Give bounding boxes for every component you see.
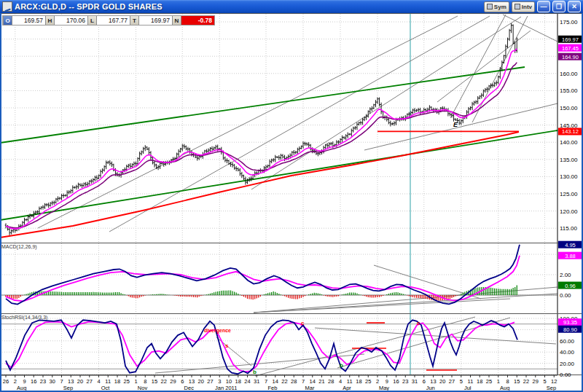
window-frame-left <box>0 13 1 392</box>
date-tick-label: 13 <box>430 378 436 385</box>
last-label: T <box>130 16 139 25</box>
date-tick-label: 28 <box>328 378 334 385</box>
price-axis-label: 175.00 <box>560 19 578 26</box>
price-axis-label: 115.00 <box>560 225 577 232</box>
sym-icon <box>487 4 493 9</box>
stoch-axis-label: 20.00 <box>560 361 575 367</box>
intv-icon <box>514 4 520 9</box>
macd-axis-label: 0.00 <box>560 292 571 299</box>
sym-button-label: Sym <box>494 4 506 10</box>
sym-button[interactable]: Sym <box>484 1 509 12</box>
stoch-annotation: c <box>417 320 420 326</box>
date-tick-label: 18 <box>114 378 120 385</box>
close-button[interactable]: ✕ <box>568 1 581 12</box>
date-tick-label: 27 <box>87 378 93 385</box>
axis-badge-value: 169.97 <box>562 36 579 43</box>
stoch-axis-label: 40.00 <box>560 349 575 356</box>
date-tick-label: 13 <box>68 378 74 385</box>
open-value: 169.57 <box>12 16 45 25</box>
date-tick-label: 27 <box>207 378 213 385</box>
maximize-icon: ❐ <box>556 4 562 10</box>
low-value: 167.77 <box>97 16 130 25</box>
date-tick-label: 10 <box>226 378 232 385</box>
date-tick-label: 23 <box>402 378 408 385</box>
date-tick-label: 2 <box>14 378 17 385</box>
date-tick-label: 28 <box>291 378 297 385</box>
date-tick-label: 1 <box>134 378 137 385</box>
close-icon: ✕ <box>571 4 577 10</box>
chart-canvas[interactable]: EMACD(12,26,9)divergencesccbbStochRSI(14… <box>0 13 583 392</box>
stoch-annotation: b <box>253 369 257 375</box>
price-axis-label: 155.00 <box>560 87 578 94</box>
last-value: 169.97 <box>139 16 172 25</box>
stoch-axis-label: 0.00 <box>560 372 571 378</box>
date-tick-label: 11 <box>468 378 474 385</box>
axis-badge-value: 80.90 <box>563 326 577 333</box>
date-tick-label: 25 <box>365 378 371 385</box>
price-axis-label: 145.00 <box>560 122 578 129</box>
date-tick-label: 2 <box>376 378 379 385</box>
date-tick-label: 31 <box>412 378 418 385</box>
date-tick-label: 26 <box>3 378 9 385</box>
stoch-label: StochRSI(14,34/3,3) <box>1 315 47 321</box>
open-label: O <box>3 16 12 25</box>
date-tick-label: 14 <box>273 378 278 385</box>
axis-badge-value: 4.95 <box>565 242 576 248</box>
maximize-button[interactable]: ❐ <box>552 1 566 12</box>
axis-badge-value: 167.45 <box>562 45 579 52</box>
date-tick-label: 6 <box>181 378 184 385</box>
date-tick-label: 21 <box>318 378 324 385</box>
high-label: H <box>45 16 55 25</box>
date-tick-label: 27 <box>449 378 455 385</box>
intv-button-label: Intv <box>522 4 532 10</box>
date-tick-label: 12 <box>551 378 557 385</box>
wave-label: E <box>453 121 458 128</box>
date-tick-label: 9 <box>386 378 388 385</box>
axis-badge-value: 164.90 <box>562 54 579 60</box>
intv-button[interactable]: Intv <box>512 1 535 12</box>
price-axis-label: 160.00 <box>560 71 578 77</box>
date-tick-label: 30 <box>50 378 55 385</box>
date-tick-label: 29 <box>533 378 539 385</box>
date-tick-label: 16 <box>393 378 399 385</box>
date-tick-label: 15 <box>514 378 520 385</box>
date-tick-label: 25 <box>124 378 130 385</box>
chart-area[interactable]: EMACD(12,26,9)divergencesccbbStochRSI(14… <box>0 13 583 392</box>
net-change-value: -0.78 <box>181 16 214 25</box>
date-tick-label: 22 <box>281 378 287 385</box>
chart-background <box>0 13 583 392</box>
date-tick-label: 31 <box>254 378 259 385</box>
quote-strip: O 169.57 H 170.06 L 167.77 T 169.97 N -0… <box>2 15 215 26</box>
axis-badge-value: 3.88 <box>565 253 576 259</box>
date-tick-label: 18 <box>235 378 241 385</box>
price-axis-label: 150.00 <box>560 105 578 111</box>
date-tick-label: 7 <box>302 378 305 385</box>
date-tick-label: 9 <box>23 378 26 385</box>
date-tick-label: 11 <box>347 378 353 385</box>
window-title: ARCX:GLD,D -- SPDR GOLD SHARES <box>15 2 482 11</box>
date-tick-label: 20 <box>439 378 445 385</box>
titlebar[interactable]: ARCX:GLD,D -- SPDR GOLD SHARES Sym Intv … <box>0 0 583 13</box>
date-tick-label: 4 <box>339 378 342 385</box>
stoch-annotation: c <box>301 320 305 326</box>
price-axis-label: 120.00 <box>560 208 578 215</box>
minimize-button[interactable]: — <box>537 1 550 12</box>
date-tick-label: 8 <box>506 378 509 385</box>
app-icon <box>2 1 12 12</box>
date-tick-label: 13 <box>189 378 195 385</box>
date-tick-label: 11 <box>105 378 111 385</box>
date-tick-label: 14 <box>310 378 316 385</box>
date-tick-label: 6 <box>423 378 426 385</box>
date-tick-label: 7 <box>265 378 267 385</box>
macd-axis-label: 2.00 <box>560 272 571 278</box>
date-tick-label: 25 <box>486 378 492 385</box>
price-axis-label: 125.00 <box>560 191 578 197</box>
date-tick-label: 5 <box>460 378 463 385</box>
date-tick-label: 3 <box>218 378 221 385</box>
minimize-icon: — <box>541 4 547 10</box>
date-tick-label: 22 <box>523 378 529 385</box>
date-tick-label: 29 <box>170 378 176 385</box>
stoch-annotation: divergence <box>204 328 231 334</box>
price-axis-label: 140.00 <box>560 139 578 146</box>
date-tick-label: 20 <box>77 378 83 385</box>
